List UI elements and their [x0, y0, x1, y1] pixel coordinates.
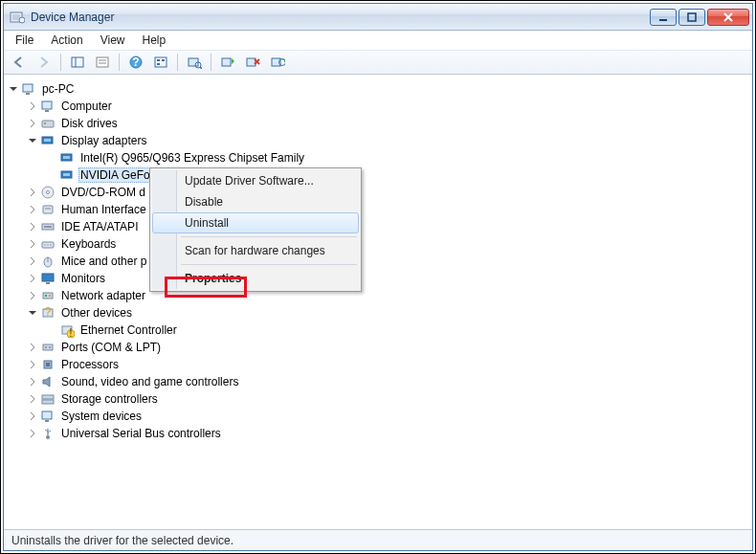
node-monitors[interactable]: Monitors — [59, 271, 107, 286]
node-other[interactable]: Other devices — [59, 305, 134, 321]
hid-icon — [40, 202, 56, 217]
svg-rect-3 — [659, 19, 667, 21]
node-ethernet-controller[interactable]: Ethernet Controller — [78, 322, 179, 338]
expander-icon[interactable] — [8, 83, 19, 95]
node-ide[interactable]: IDE ATA/ATAPI — [59, 219, 140, 234]
svg-rect-15 — [157, 63, 160, 65]
context-disable[interactable]: Disable — [152, 191, 359, 212]
context-scan[interactable]: Scan for hardware changes — [152, 240, 359, 261]
svg-rect-57 — [43, 344, 53, 350]
svg-rect-61 — [46, 363, 50, 366]
maximize-button[interactable] — [678, 9, 705, 26]
tree-root[interactable]: pc-PC — [40, 81, 76, 97]
node-nvidia-adapter[interactable]: NVIDIA GeFo — [78, 167, 152, 183]
expander-icon[interactable] — [27, 376, 38, 388]
expander-icon[interactable] — [27, 428, 38, 439]
svg-rect-64 — [42, 411, 52, 419]
svg-rect-13 — [157, 59, 160, 61]
device-tree[interactable]: pc-PC Computer Disk drives — [4, 75, 752, 520]
node-processors[interactable]: Processors — [59, 357, 121, 372]
expander-icon[interactable] — [27, 290, 38, 301]
svg-rect-47 — [42, 274, 54, 281]
svg-point-66 — [46, 435, 50, 439]
toolbar: ? — [4, 50, 752, 75]
help-button[interactable]: ? — [124, 52, 147, 73]
node-keyboards[interactable]: Keyboards — [59, 236, 118, 252]
node-network[interactable]: Network adapter — [59, 288, 147, 303]
node-dvd[interactable]: DVD/CD-ROM d — [59, 185, 147, 200]
menu-action[interactable]: Action — [43, 33, 90, 48]
expander-icon[interactable] — [27, 238, 38, 250]
properties-button[interactable] — [91, 52, 114, 73]
expander-icon[interactable] — [27, 135, 38, 146]
disk-icon — [40, 116, 56, 131]
dvd-icon — [40, 185, 56, 200]
context-properties[interactable]: Properties — [152, 268, 359, 289]
node-sound[interactable]: Sound, video and game controllers — [59, 374, 240, 389]
scan-hardware-button[interactable] — [183, 52, 206, 73]
node-system[interactable]: System devices — [59, 409, 144, 424]
show-hide-tree-button[interactable] — [66, 52, 89, 73]
context-uninstall[interactable]: Uninstall — [152, 212, 359, 233]
node-ports[interactable]: Ports (COM & LPT) — [59, 340, 163, 355]
expander-icon[interactable] — [27, 393, 38, 405]
close-button[interactable] — [707, 9, 749, 26]
context-menu: Update Driver Software... Disable Uninst… — [149, 167, 362, 292]
expander-icon[interactable] — [27, 221, 38, 233]
expander-icon[interactable] — [27, 273, 38, 284]
disable-device-button[interactable] — [266, 52, 289, 73]
toolbar-separator — [211, 54, 211, 71]
expander-icon[interactable] — [27, 187, 38, 198]
svg-rect-65 — [45, 420, 49, 422]
forward-button[interactable] — [33, 52, 56, 73]
node-intel-adapter[interactable]: Intel(R) Q965/Q963 Express Chipset Famil… — [78, 150, 306, 166]
context-separator — [181, 236, 357, 237]
node-usb[interactable]: Universal Serial Bus controllers — [59, 426, 223, 441]
expander-icon[interactable] — [27, 118, 38, 129]
expander-icon[interactable] — [27, 410, 38, 422]
expander-icon[interactable] — [27, 342, 38, 353]
svg-rect-62 — [42, 395, 54, 399]
storage-icon — [40, 391, 56, 407]
svg-rect-25 — [42, 101, 52, 109]
uninstall-device-button[interactable] — [241, 52, 264, 73]
svg-rect-14 — [162, 59, 165, 61]
system-icon — [40, 409, 56, 424]
keyboard-icon — [40, 236, 56, 252]
expander-icon[interactable] — [27, 100, 38, 112]
context-separator — [181, 264, 357, 265]
svg-rect-23 — [23, 84, 33, 92]
computer-icon — [40, 99, 56, 114]
menu-file[interactable]: File — [8, 33, 41, 48]
expander-icon[interactable] — [27, 359, 38, 370]
node-mice[interactable]: Mice and other p — [59, 254, 148, 269]
expander-icon[interactable] — [27, 204, 38, 215]
update-driver-button[interactable] — [216, 52, 239, 73]
processor-icon — [40, 357, 56, 372]
ide-icon — [40, 219, 56, 234]
menu-help[interactable]: Help — [135, 33, 174, 48]
ports-icon — [40, 340, 56, 355]
node-storage[interactable]: Storage controllers — [59, 391, 160, 407]
node-disk-drives[interactable]: Disk drives — [59, 116, 120, 131]
monitor-icon — [40, 271, 56, 286]
minimize-button[interactable] — [650, 9, 677, 26]
context-update-driver[interactable]: Update Driver Software... — [152, 170, 359, 191]
expander-icon[interactable] — [27, 255, 38, 267]
svg-point-42 — [44, 244, 45, 245]
svg-rect-37 — [43, 206, 53, 213]
status-text: Uninstalls the driver for the selected d… — [11, 534, 233, 547]
usb-icon — [40, 426, 56, 441]
node-display-adapters[interactable]: Display adapters — [59, 133, 148, 148]
node-hid[interactable]: Human Interface — [59, 202, 148, 217]
back-button[interactable] — [8, 52, 31, 73]
svg-rect-51 — [49, 295, 51, 297]
expander-icon[interactable] — [27, 307, 38, 319]
svg-rect-49 — [43, 293, 53, 299]
node-computer[interactable]: Computer — [59, 99, 114, 114]
svg-rect-20 — [247, 58, 256, 66]
view-options-button[interactable] — [149, 52, 172, 73]
svg-rect-27 — [42, 121, 54, 127]
svg-text:?: ? — [45, 305, 52, 319]
menu-view[interactable]: View — [93, 33, 133, 48]
